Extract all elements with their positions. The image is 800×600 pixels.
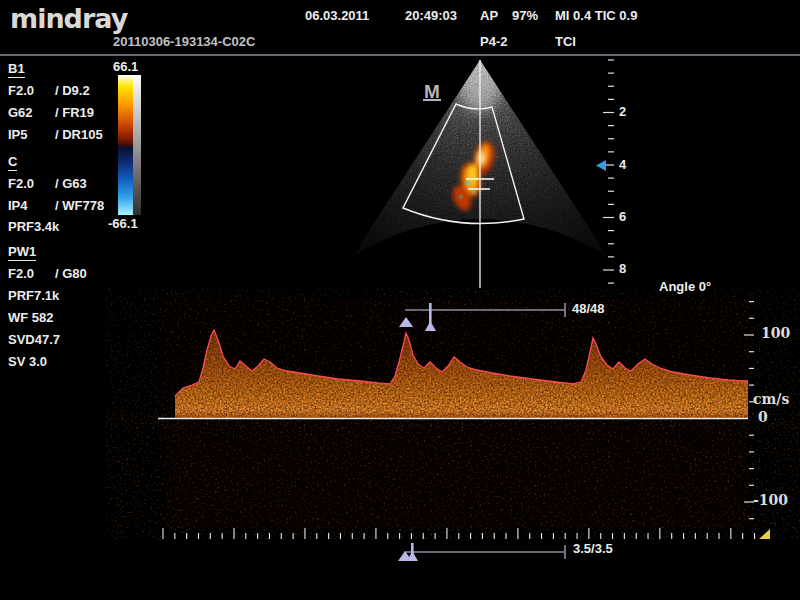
param-label: PRF7.1k — [8, 289, 59, 303]
param-value: / FR19 — [55, 106, 94, 120]
frame-counter: 48/48 — [572, 302, 605, 316]
velocity-scale-zero: 0 — [758, 410, 768, 424]
param-value: / D9.2 — [55, 84, 90, 98]
imaging-mode-tci: TCI — [555, 35, 576, 49]
color-scale-min: -66.1 — [108, 217, 138, 231]
color-map-gradient — [118, 75, 133, 215]
section-title-c: C — [8, 155, 17, 171]
angle-readout: Angle 0° — [659, 280, 711, 294]
loop-counter: 3.5/3.5 — [573, 542, 613, 556]
param-value: / G63 — [55, 177, 87, 191]
velocity-unit: cm/s — [753, 392, 789, 406]
depth-label-6: 6 — [619, 210, 626, 224]
depth-label-4: 4 — [619, 158, 626, 172]
param-label: PRF3.4k — [8, 220, 59, 234]
time-marker-triangle — [759, 529, 770, 539]
depth-ruler — [603, 60, 614, 283]
velocity-scale-bottom: -100 — [753, 493, 788, 507]
gray-map-gradient — [133, 75, 141, 215]
loop-scrollbar[interactable] — [398, 543, 565, 561]
mi-tic-indices: MI 0.4 TIC 0.9 — [555, 9, 637, 23]
probe-name: P4-2 — [480, 35, 507, 49]
param-label: IP4 — [8, 199, 28, 213]
mindray-logo: mindray — [10, 12, 127, 26]
param-value: / G80 — [55, 267, 87, 281]
orientation-marker-m: M — [423, 85, 441, 101]
date-display: 06.03.2011 — [305, 9, 369, 23]
param-label: F2.0 — [8, 177, 34, 191]
section-title-pw1: PW1 — [8, 245, 36, 261]
color-scale-bar — [118, 75, 141, 215]
velocity-scale-top: 100 — [761, 326, 790, 340]
param-label: WF 582 — [8, 311, 54, 325]
time-display: 20:49:03 — [405, 9, 457, 23]
param-label: F2.0 — [8, 84, 34, 98]
param-label: IP5 — [8, 128, 28, 142]
ultrasound-screen: mindray 20110306-193134-C02C 06.03.2011 … — [0, 0, 800, 600]
param-value: / WF778 — [55, 199, 104, 213]
acoustic-power-label: AP — [480, 9, 498, 23]
param-label: G62 — [8, 106, 33, 120]
time-ruler — [163, 528, 766, 539]
focus-marker[interactable] — [596, 160, 606, 171]
param-label: SVD47.7 — [8, 333, 60, 347]
exam-id: 20110306-193134-C02C — [113, 35, 255, 49]
header-divider — [0, 54, 800, 56]
section-title-b1: B1 — [8, 62, 25, 78]
depth-label-8: 8 — [619, 262, 626, 276]
color-scale-max: 66.1 — [113, 60, 138, 74]
param-value: / DR105 — [55, 128, 103, 142]
param-label: SV 3.0 — [8, 355, 47, 369]
acoustic-power-value: 97% — [512, 9, 538, 23]
depth-label-2: 2 — [619, 105, 626, 119]
param-label: F2.0 — [8, 267, 34, 281]
